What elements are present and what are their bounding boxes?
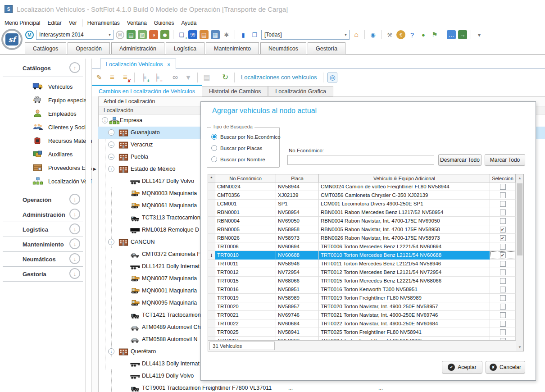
cell-seleccion[interactable] <box>490 217 516 225</box>
checkbox-unchecked-icon[interactable] <box>500 321 506 327</box>
scroll-down-icon[interactable]: ▼ <box>516 345 523 349</box>
bug-icon[interactable]: ● <box>419 30 428 39</box>
cell-seleccion[interactable] <box>490 311 516 319</box>
economic-number-input[interactable] <box>287 155 434 165</box>
sidebar-section-title-administracion[interactable]: Administración <box>23 211 65 218</box>
sidebar-item-auxiliares[interactable]: Auxiliares <box>0 148 86 161</box>
sidebar-section-title-neumaticos[interactable]: Neumáticos <box>23 256 56 263</box>
scroll-up-icon[interactable]: ▲ <box>516 176 523 180</box>
cell-seleccion[interactable] <box>490 191 516 200</box>
overflow-icon[interactable]: ▾ <box>475 30 484 39</box>
gauge-icon[interactable]: ◑ <box>149 30 158 39</box>
module-tab-mantenimiento[interactable]: Mantenimiento <box>206 42 259 55</box>
vehicle-row-rbn0026[interactable]: RBN0026NV58973RBN0026 Rabon Navistar, In… <box>208 234 523 242</box>
sidebar-item-recursos-materiales[interactable]: Recursos Materiales <box>0 134 86 148</box>
vehicle-row-cmn0024[interactable]: CMN0024NV58944CMN0024 Camion de volteo F… <box>208 182 523 191</box>
collapse-node-icon[interactable]: ↓ <box>108 348 114 355</box>
sidebar-item-vehiculos[interactable]: Vehículos <box>0 80 86 94</box>
home-icon[interactable]: ⌂ <box>352 30 361 39</box>
cell-seleccion[interactable]: ✔ <box>490 225 516 234</box>
radio-buscar-por-nombre[interactable]: Buscar por Nombre <box>211 156 265 162</box>
expand-tree-icon[interactable]: ╞+ <box>139 73 149 82</box>
users-icon[interactable]: ☻ <box>160 30 169 39</box>
collapse-node-icon[interactable]: ↓ <box>108 166 114 172</box>
accept-button[interactable]: ✔ Aceptar <box>442 361 482 374</box>
vehicle-row-trt0022[interactable]: TRT0022NV60684TRT0022 Torton Navistar, I… <box>208 319 523 328</box>
mark-all-button[interactable]: Marcar Todo <box>485 154 525 166</box>
sidebar-splitter[interactable] <box>86 59 91 392</box>
scroll-thumb[interactable] <box>517 183 522 255</box>
checkbox-unchecked-icon[interactable] <box>500 218 506 224</box>
vehicle-row-trt0006[interactable]: TRT0006NV60694TRT0006 Torton Mercedes Be… <box>208 242 523 251</box>
close-tab-icon[interactable]: × <box>167 62 170 67</box>
cell-seleccion[interactable] <box>490 208 516 217</box>
sidebar-item-proveedores-externos[interactable]: Proveedores Externos <box>0 161 86 175</box>
new-document-icon[interactable]: ❏+ <box>177 30 186 39</box>
column-header-no-economico[interactable]: No.Económico <box>215 174 276 182</box>
collapse-node-icon[interactable]: ↓ <box>108 239 114 245</box>
vehicle-row-lcm001[interactable]: LCM001SP1LCM001 Locomotora Divers 4900-2… <box>208 200 523 208</box>
binoculars-icon[interactable]: ∞ <box>170 73 180 82</box>
vehicle-row-trt0019[interactable]: TRT0019NV58989TRT0019 Torton Freightline… <box>208 294 523 302</box>
checkbox-unchecked-icon[interactable] <box>500 287 506 292</box>
exit-icon[interactable]: → <box>458 30 467 39</box>
cancel-button[interactable]: ✘ Cancelar <box>486 361 525 374</box>
module-tab-logistica[interactable]: Logística <box>166 42 204 55</box>
computer-icon[interactable]: ▤ <box>127 30 136 39</box>
module-tab-operacion[interactable]: Operación <box>68 42 110 55</box>
expand-node-icon[interactable]: → <box>108 129 114 136</box>
sidebar-section-title-operacion[interactable]: Operación <box>23 196 51 203</box>
document-tab-localizacion-vehiculos[interactable]: Localización Vehículos × <box>100 59 176 69</box>
checkbox-checked-icon[interactable]: ✔ <box>500 235 506 241</box>
expand-section-icon[interactable]: ↓ <box>69 209 80 219</box>
radio-button-icon[interactable] <box>211 145 217 151</box>
tools-icon[interactable]: ⚒ <box>385 30 394 39</box>
windows-icon[interactable]: ❐ <box>250 30 259 39</box>
refresh-icon[interactable]: ↻ <box>220 73 230 82</box>
expand-section-icon[interactable]: ↓ <box>69 223 80 234</box>
cell-seleccion[interactable] <box>490 285 516 294</box>
expand-node-icon[interactable]: → <box>108 141 114 148</box>
module-tab-neumaticos[interactable]: Neumáticos <box>260 42 306 55</box>
radio-button-icon[interactable] <box>211 134 217 140</box>
book-icon[interactable]: ▮ <box>239 30 248 39</box>
vehicle-row-trt0015[interactable]: TRT0015NV68066TRT0015 Torton Mercedes Be… <box>208 277 523 285</box>
table-scrollbar[interactable]: ▲ ▼ <box>516 174 523 351</box>
collapse-node-icon[interactable]: ↓ <box>102 117 108 123</box>
checkbox-unchecked-icon[interactable] <box>500 192 506 198</box>
cell-seleccion[interactable]: ✔ <box>490 234 516 242</box>
checkbox-unchecked-icon[interactable] <box>500 304 506 310</box>
unmark-all-button[interactable]: Desmarcar Todo <box>438 154 481 166</box>
tree-node-tct9001[interactable]: TCT9001 Tractocamion Freightliner F7800 … <box>98 382 545 392</box>
database-delete-icon[interactable]: ≡✘ <box>120 73 130 82</box>
column-header-seleccion[interactable]: Seleccion <box>490 174 516 182</box>
expand-section-icon[interactable]: ↓ <box>69 238 80 249</box>
checkbox-unchecked-icon[interactable] <box>500 329 506 335</box>
radio-buscar-por-placas[interactable]: Buscar por Placas <box>211 145 262 151</box>
chevron-down-icon[interactable]: ▾ <box>106 32 113 37</box>
cell-seleccion[interactable] <box>490 337 516 340</box>
vehicle-row-trt0011[interactable]: TRT0011NV58946TRT0011 Torton Mercedes Be… <box>208 260 523 268</box>
vehicle-row-rbn0004[interactable]: RBN0004NV69050RBN0004 Rabon Navistar, In… <box>208 217 523 225</box>
collapse-tree-icon[interactable]: ╞− <box>152 73 162 82</box>
expand-node-icon[interactable]: → <box>108 154 114 160</box>
vehicle-row-trt0010[interactable]: ITRT0010NV60688TRT0010 Torton Mercedes B… <box>208 251 523 260</box>
module-tab-administracion[interactable]: Administración <box>111 42 164 55</box>
cell-seleccion[interactable] <box>490 302 516 311</box>
grid-icon[interactable]: ▦ <box>211 30 220 39</box>
checkbox-unchecked-icon[interactable] <box>500 201 506 207</box>
checkbox-checked-icon[interactable]: ✔ <box>500 227 506 232</box>
vehicle-row-trt0020[interactable]: TRT0020NV58957TRT0020 Torton Navistar, I… <box>208 302 523 311</box>
m-badge-icon[interactable]: M <box>25 31 34 39</box>
cell-seleccion[interactable] <box>490 182 516 191</box>
scope-combo[interactable]: [Todas]▾ <box>261 30 350 40</box>
column-header-placa[interactable]: Placa <box>276 174 319 182</box>
chevron-down-icon[interactable]: ▾ <box>342 32 349 37</box>
radio-buscar-por-no-economico[interactable]: Buscar por No.Económico <box>211 134 281 140</box>
preview-icon[interactable]: ◎ <box>327 73 337 82</box>
vehicle-row-cmt0356[interactable]: CMT0356XJ02139CMT0356 Camioneta Chrysler… <box>208 191 523 200</box>
module-tab-catalogos[interactable]: Catálogos <box>25 42 66 55</box>
vehicle-row-trt0016[interactable]: TRT0016NV58951TRT0016 Torton Kenworth T3… <box>208 285 523 294</box>
menu-ver[interactable]: Ver <box>65 19 81 27</box>
sidebar-item-localizacion-vehiculos[interactable]: Localización Vehículos <box>0 175 86 188</box>
